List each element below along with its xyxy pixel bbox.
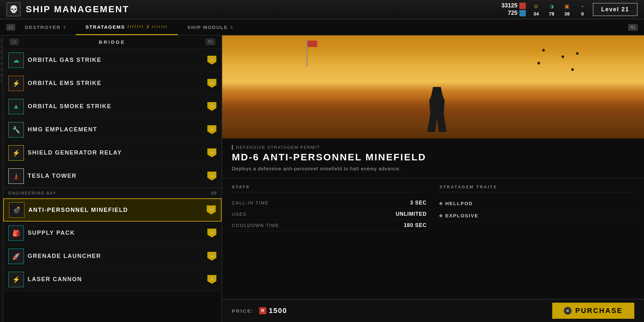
purchase-icon: ✕ bbox=[564, 307, 572, 315]
stat-value-cooldown: 180 SEC bbox=[404, 223, 427, 228]
tab-ship-module-label: SHIP MODULE bbox=[187, 24, 228, 30]
stats-title: STATS bbox=[232, 185, 427, 192]
item-permit: DEFENSIVE STRATAGEM PERMIT bbox=[232, 145, 634, 150]
tab-ship-module[interactable]: SHIP MODULE 3 bbox=[178, 19, 243, 35]
item-title: MD-6 ANTI-PERSONNEL MINEFIELD bbox=[232, 152, 634, 163]
lock-icon-orbital-smoke: 🔒 bbox=[207, 102, 216, 111]
stratagem-item-shield[interactable]: ⚡ SHIELD GENERATOR RELAY 🔒 bbox=[3, 141, 222, 165]
right-panel: DEFENSIVE STRATAGEM PERMIT MD-6 ANTI-PER… bbox=[222, 35, 644, 322]
stratagem-item-laser-cannon[interactable]: ⚡ LASER CANNON 🔒 bbox=[3, 268, 222, 291]
stats-section: STATS CALL-IN TIME 3 SEC USES UNLIMITED … bbox=[232, 185, 427, 292]
lock-icon-tesla: 🔒 bbox=[207, 172, 216, 181]
resource4-symbol: ▪ bbox=[579, 3, 586, 10]
engineering-bay-title: ENGINEERING BAY bbox=[8, 191, 57, 195]
trait-label-explosive: EXPLOSIVE bbox=[445, 213, 478, 218]
bridge-title: BRIDGE bbox=[99, 39, 125, 45]
resource1-symbol: ⊙ bbox=[532, 3, 540, 10]
lock-icon-shield: 🔒 bbox=[207, 148, 216, 157]
resource2-count: 78 bbox=[549, 11, 554, 16]
purchase-bar: PRICE: R 1500 ✕ PURCHASE bbox=[222, 299, 644, 322]
stat-label-uses: USES bbox=[232, 212, 247, 217]
resource2-symbol: ◑ bbox=[548, 3, 555, 10]
price-label: PRICE: bbox=[232, 308, 254, 314]
stratagem-name-supply-pack: SUPPLY PACK bbox=[28, 230, 204, 236]
resource1-count: 34 bbox=[534, 11, 539, 16]
tab-destroyer-label: DESTROYER bbox=[25, 24, 61, 30]
stratagem-name-orbital-gas: ORBITAL GAS STRIKE bbox=[28, 57, 204, 63]
engineering-bay-count: 2/9 bbox=[211, 191, 216, 195]
tab-stratagems[interactable]: STRATAGEMS /////// 2 /////// bbox=[76, 19, 177, 35]
stratagem-item-tesla[interactable]: 🗼 TESLA TOWER 🔒 bbox=[3, 165, 222, 188]
l1-nav[interactable]: L1 bbox=[6, 24, 15, 31]
stratagem-icon-tesla: 🗼 bbox=[8, 168, 24, 184]
nav-tabs: L1 DESTROYER 1 STRATAGEMS /////// 2 ////… bbox=[0, 19, 644, 35]
currency-row-2: 725 bbox=[508, 10, 526, 16]
tab-stratagems-label: STRATAGEMS bbox=[85, 24, 125, 30]
stratagem-name-grenade-launcher: GRENADE LAUNCHER bbox=[28, 253, 204, 260]
stratagem-name-minefield: ANTI-PERSONNEL MINEFIELD bbox=[28, 207, 203, 213]
lock-icon-laser-cannon: 🔒 bbox=[207, 275, 216, 284]
resource4-count: 0 bbox=[581, 11, 584, 16]
stratagem-icon-laser-cannon: ⚡ bbox=[8, 272, 24, 287]
currency2-value: 725 bbox=[508, 10, 517, 16]
currency2-icon bbox=[519, 10, 526, 16]
tab-stratagems-indicator2: /////// bbox=[152, 25, 168, 29]
resource3-count: 38 bbox=[564, 11, 570, 16]
item-info: DEFENSIVE STRATAGEM PERMIT MD-6 ANTI-PER… bbox=[222, 138, 644, 178]
currency-group: 33125 725 bbox=[501, 2, 526, 16]
tab-stratagems-number: 2 bbox=[147, 24, 150, 29]
stratagem-item-hmg[interactable]: 🔧 HMG EMPLACEMENT 🔒 bbox=[3, 118, 222, 141]
stratagem-item-minefield[interactable]: 💣 ANTI-PERSONNEL MINEFIELD 🔒 bbox=[3, 198, 222, 222]
level-badge: Level 21 bbox=[593, 3, 638, 16]
trait-bullet-explosive bbox=[439, 214, 442, 217]
top-right: 33125 725 ⊙ 34 ◑ 78 ▣ bbox=[501, 2, 638, 16]
stratagem-icon-grenade-launcher: 🚀 bbox=[8, 249, 24, 264]
top-left: 💀 SHIP MANAGEMENT bbox=[6, 2, 129, 16]
stat-row-uses: USES UNLIMITED bbox=[232, 209, 427, 220]
bridge-section-header: L2 BRIDGE R2 bbox=[3, 35, 222, 49]
lock-icon-minefield: 🔒 bbox=[207, 205, 216, 214]
resource-icons: ⊙ 34 ◑ 78 ▣ 38 ▪ 0 bbox=[532, 3, 586, 16]
tab-stratagems-indicator: /////// bbox=[128, 24, 144, 29]
r2-nav[interactable]: R2 bbox=[206, 39, 215, 45]
skull-icon: 💀 bbox=[6, 2, 21, 16]
stratagem-icon-orbital-smoke: ▲ bbox=[8, 99, 24, 114]
trait-bullet-hellpod bbox=[439, 202, 442, 205]
l2-nav[interactable]: L2 bbox=[10, 39, 18, 45]
stratagem-name-tesla: TESLA TOWER bbox=[28, 173, 204, 179]
purchase-button[interactable]: ✕ PURCHASE bbox=[552, 303, 634, 319]
top-bar: 💀 SHIP MANAGEMENT 33125 725 ⊙ 34 bbox=[0, 0, 644, 19]
stats-traits-row: STATS CALL-IN TIME 3 SEC USES UNLIMITED … bbox=[222, 178, 644, 299]
stratagem-item-orbital-smoke[interactable]: ▲ ORBITAL SMOKE STRIKE 🔒 bbox=[3, 95, 222, 118]
purchase-label: PURCHASE bbox=[575, 307, 623, 315]
stratagem-icon-shield: ⚡ bbox=[8, 145, 24, 161]
trait-hellpod: HELLPOD bbox=[440, 197, 634, 210]
tab-destroyer[interactable]: DESTROYER 1 bbox=[15, 19, 76, 35]
resource3-symbol: ▣ bbox=[563, 3, 571, 10]
stratagem-item-orbital-gas[interactable]: ☁ ORBITAL GAS STRIKE 🔒 bbox=[3, 49, 222, 72]
desert-scene bbox=[222, 35, 644, 138]
stat-row-callin: CALL-IN TIME 3 SEC bbox=[232, 197, 427, 209]
trait-label-hellpod: HELLPOD bbox=[445, 201, 473, 206]
main-layout: L2 BRIDGE R2 ☁ ORBITAL GAS STRIKE 🔒 ⚡ OR… bbox=[0, 35, 644, 322]
stratagem-item-grenade-launcher[interactable]: 🚀 GRENADE LAUNCHER 🔒 bbox=[3, 245, 222, 268]
stat-value-callin: 3 SEC bbox=[410, 200, 427, 206]
stratagem-item-supply-pack[interactable]: 🎒 SUPPLY PACK 🔒 bbox=[3, 222, 222, 245]
lock-icon-orbital-gas: 🔒 bbox=[207, 56, 216, 65]
stratagem-icon-supply-pack: 🎒 bbox=[8, 225, 24, 241]
scene-soldier bbox=[427, 87, 447, 132]
r1-nav[interactable]: R1 bbox=[628, 24, 638, 31]
lock-icon-hmg: 🔒 bbox=[207, 125, 216, 134]
stat-row-cooldown: COOLDOWN TIME 180 SEC bbox=[232, 220, 427, 231]
currency1-icon bbox=[519, 3, 526, 9]
scene-flag bbox=[308, 41, 317, 47]
stratagem-name-orbital-smoke: ORBITAL SMOKE STRIKE bbox=[28, 103, 204, 110]
lock-icon-supply-pack: 🔒 bbox=[207, 229, 216, 238]
stratagem-name-shield: SHIELD GENERATOR RELAY bbox=[28, 149, 204, 156]
page-title: SHIP MANAGEMENT bbox=[26, 4, 129, 14]
stratagem-item-orbital-ems[interactable]: ⚡ ORBITAL EMS STRIKE 🔒 bbox=[3, 72, 222, 95]
lock-icon-grenade-launcher: 🔒 bbox=[207, 252, 216, 261]
currency1-value: 33125 bbox=[501, 2, 517, 9]
lock-icon-orbital-ems: 🔒 bbox=[207, 79, 216, 88]
stratagem-name-hmg: HMG EMPLACEMENT bbox=[28, 126, 204, 133]
